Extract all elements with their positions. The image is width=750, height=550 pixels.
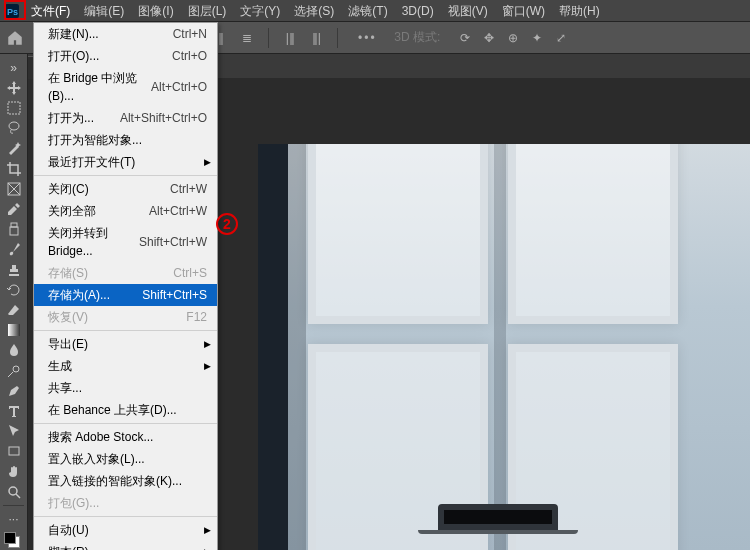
menu-item-label: 关闭(C) [48,180,170,198]
home-icon[interactable] [6,29,24,47]
highlight-2: 2 [216,213,238,235]
menubar: Ps 文件(F)编辑(E)图像(I)图层(L)文字(Y)选择(S)滤镜(T)3D… [0,0,750,22]
menu-item-shortcut: Shift+Ctrl+S [142,286,207,304]
menu-item[interactable]: 关闭并转到 Bridge...Shift+Ctrl+W [34,222,217,262]
menu-item[interactable]: 在 Behance 上共享(D)... [34,399,217,421]
menu-item: 打包(G)... [34,492,217,514]
distribute-icon[interactable]: |‖ [281,29,299,47]
menu-item[interactable]: 置入嵌入对象(L)... [34,448,217,470]
crop-tool-icon[interactable] [2,159,26,178]
blur-tool-icon[interactable] [2,341,26,360]
menu-item-4[interactable]: 文字(Y) [233,4,287,18]
move-tool-icon[interactable] [2,78,26,97]
scale-icon[interactable]: ⤢ [552,29,570,47]
color-swatches[interactable] [2,530,26,549]
svg-rect-7 [11,223,17,227]
stamp-tool-icon[interactable] [2,260,26,279]
gradient-tool-icon[interactable] [2,321,26,340]
menu-item: 恢复(V)F12 [34,306,217,328]
menu-items-container: 文件(F)编辑(E)图像(I)图层(L)文字(Y)选择(S)滤镜(T)3D(D)… [24,0,607,22]
menu-item[interactable]: 导出(E) [34,333,217,355]
menu-item-label: 置入嵌入对象(L)... [48,450,207,468]
laptop-image-element [418,504,578,540]
menu-item[interactable]: 新建(N)...Ctrl+N [34,23,217,45]
menu-item-label: 打开为智能对象... [48,131,207,149]
mode-3d-label: 3D 模式: [394,29,440,46]
menu-item-label: 打开为... [48,109,120,127]
menu-item[interactable]: 打开(O)...Ctrl+O [34,45,217,67]
menu-item-9[interactable]: 窗口(W) [495,4,552,18]
eyedropper-tool-icon[interactable] [2,199,26,218]
menu-item-label: 最近打开文件(T) [48,153,207,171]
wand-tool-icon[interactable] [2,139,26,158]
menu-item[interactable]: 最近打开文件(T) [34,151,217,173]
menu-item-shortcut: Ctrl+S [173,264,207,282]
document-image [258,144,750,550]
menu-item[interactable]: 打开为智能对象... [34,129,217,151]
menu-item[interactable]: 置入链接的智能对象(K)... [34,470,217,492]
menu-item-3[interactable]: 图层(L) [181,4,234,18]
pan-icon[interactable]: ✥ [480,29,498,47]
menu-item-label: 共享... [48,379,207,397]
menu-item-label: 存储为(A)... [48,286,142,304]
zoom-3d-icon[interactable]: ⊕ [504,29,522,47]
svg-rect-8 [10,227,18,235]
menu-item-7[interactable]: 3D(D) [395,4,441,18]
menu-item-1[interactable]: 编辑(E) [77,4,131,18]
marquee-tool-icon[interactable] [2,98,26,117]
pen-tool-icon[interactable] [2,381,26,400]
menu-item-5[interactable]: 选择(S) [287,4,341,18]
eraser-tool-icon[interactable] [2,300,26,319]
menu-item-label: 搜索 Adobe Stock... [48,428,207,446]
collapse-icon[interactable]: » [2,58,26,77]
menu-item-label: 打开(O)... [48,47,172,65]
menu-item-label: 在 Behance 上共享(D)... [48,401,207,419]
lasso-tool-icon[interactable] [2,119,26,138]
walk-icon[interactable]: ✦ [528,29,546,47]
menu-item-label: 存储(S) [48,264,173,282]
menu-item[interactable]: 在 Bridge 中浏览(B)...Alt+Ctrl+O [34,67,217,107]
menu-item-10[interactable]: 帮助(H) [552,4,607,18]
svg-point-12 [9,487,17,495]
type-tool-icon[interactable] [2,401,26,420]
path-select-icon[interactable] [2,422,26,441]
menu-item-shortcut: Shift+Ctrl+W [139,233,207,251]
dodge-tool-icon[interactable] [2,361,26,380]
hand-tool-icon[interactable] [2,462,26,481]
menu-item[interactable]: 脚本(R) [34,541,217,550]
menu-item[interactable]: 搜索 Adobe Stock... [34,426,217,448]
menu-item: 存储(S)Ctrl+S [34,262,217,284]
menu-item-shortcut: Alt+Ctrl+O [151,78,207,96]
menu-item-2[interactable]: 图像(I) [131,4,180,18]
menu-item-6[interactable]: 滤镜(T) [341,4,394,18]
menu-item-8[interactable]: 视图(V) [441,4,495,18]
menu-item[interactable]: 自动(U) [34,519,217,541]
menu-item-label: 关闭并转到 Bridge... [48,224,139,260]
menu-item-label: 自动(U) [48,521,207,539]
menu-item[interactable]: 生成 [34,355,217,377]
menu-item-label: 生成 [48,357,207,375]
more-icon[interactable]: ••• [358,29,376,47]
menu-item-label: 置入链接的智能对象(K)... [48,472,207,490]
heal-tool-icon[interactable] [2,220,26,239]
rect-shape-icon[interactable] [2,442,26,461]
svg-point-10 [13,366,19,372]
history-brush-icon[interactable] [2,280,26,299]
menu-item-0[interactable]: 文件(F) [24,4,77,18]
svg-rect-2 [8,102,20,114]
menu-item[interactable]: 关闭全部Alt+Ctrl+W [34,200,217,222]
menu-item[interactable]: 关闭(C)Ctrl+W [34,178,217,200]
brush-tool-icon[interactable] [2,240,26,259]
menu-item[interactable]: 存储为(A)...Shift+Ctrl+S [34,284,217,306]
orbit-icon[interactable]: ⟳ [456,29,474,47]
edit-toolbar-icon[interactable]: ··· [2,509,26,528]
zoom-tool-icon[interactable] [2,482,26,501]
menu-item[interactable]: 共享... [34,377,217,399]
svg-point-3 [9,122,19,130]
menu-item[interactable]: 打开为...Alt+Shift+Ctrl+O [34,107,217,129]
distribute-icon[interactable]: ‖| [307,29,325,47]
frame-tool-icon[interactable] [2,179,26,198]
align-icon[interactable]: ≣ [238,29,256,47]
menu-item-shortcut: F12 [186,308,207,326]
menu-item-shortcut: Alt+Shift+Ctrl+O [120,109,207,127]
